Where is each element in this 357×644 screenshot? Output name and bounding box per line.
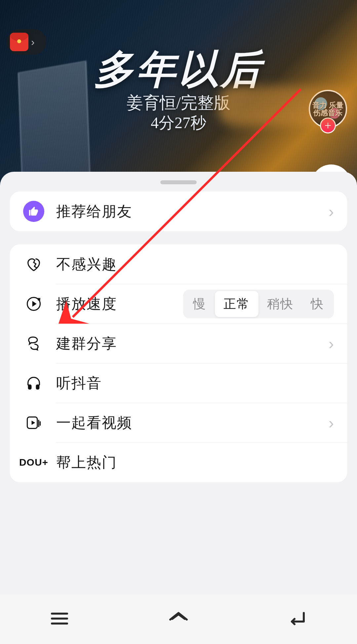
speed-slow[interactable]: 慢 [184, 291, 215, 317]
recommend-card: 推荐给朋友 › [10, 192, 347, 231]
dou-plus-row[interactable]: DOU+ 帮上热门 [10, 443, 347, 482]
author-avatar[interactable]: 音力 乐量 伤感音乐 [309, 90, 347, 128]
playback-speed-row: 播放速度 慢 正常 稍快 快 [10, 284, 347, 324]
speed-icon [23, 295, 44, 312]
watch-together-row[interactable]: 一起看视频 › [10, 403, 347, 443]
red-envelope-icon [10, 33, 28, 51]
chevron-right-icon: › [329, 335, 334, 353]
thumbs-up-icon [23, 201, 44, 222]
nav-back-button[interactable] [286, 607, 309, 631]
speed-fast[interactable]: 快 [302, 291, 333, 317]
home-icon [167, 607, 190, 630]
video-subtitle: 姜育恒/完整版 [0, 92, 357, 114]
watch-together-icon [23, 414, 44, 431]
red-envelope-button[interactable]: › [7, 29, 46, 55]
speed-normal[interactable]: 正常 [215, 291, 258, 317]
avatar-text: 音力 乐量 伤感音乐 [310, 101, 346, 117]
group-share-label: 建群分享 [56, 334, 329, 353]
nav-home-button[interactable] [167, 607, 190, 631]
broken-heart-icon [23, 256, 44, 273]
avatar-image: 音力 乐量 伤感音乐 [309, 90, 347, 128]
chevron-right-icon: › [329, 414, 334, 432]
not-interested-row[interactable]: 不感兴趣 [10, 244, 347, 284]
dou-plus-label: 帮上热门 [56, 453, 334, 472]
dou-plus-icon: DOU+ [23, 457, 44, 468]
speed-label: 播放速度 [56, 294, 117, 314]
video-title: 多年以后 [0, 43, 357, 97]
headphones-icon [23, 375, 44, 392]
nav-menu-button[interactable] [48, 607, 71, 631]
recommend-to-friends-row[interactable]: 推荐给朋友 › [10, 192, 347, 231]
video-duration: 4分27秒 [0, 112, 357, 133]
chevron-right-icon: › [329, 202, 334, 221]
listen-label: 听抖音 [56, 374, 334, 393]
system-nav-bar [0, 594, 357, 644]
speed-bit-fast[interactable]: 稍快 [258, 291, 302, 317]
not-interested-label: 不感兴趣 [56, 255, 334, 274]
speed-segmented-control: 慢 正常 稍快 快 [183, 290, 334, 318]
options-card: 不感兴趣 播放速度 慢 正常 稍快 快 建群分享 › 听 [10, 244, 347, 482]
group-chat-icon [23, 335, 44, 352]
sheet-drag-handle[interactable] [160, 180, 197, 184]
group-share-row[interactable]: 建群分享 › [10, 324, 347, 363]
plus-icon [324, 121, 332, 130]
watch-together-label: 一起看视频 [56, 413, 329, 433]
options-sheet: 推荐给朋友 › 不感兴趣 播放速度 慢 正常 稍快 快 [0, 172, 357, 594]
recommend-label: 推荐给朋友 [56, 202, 329, 221]
follow-button[interactable] [320, 118, 336, 133]
back-icon [286, 607, 309, 630]
menu-icon [48, 607, 71, 630]
listen-douyin-row[interactable]: 听抖音 [10, 363, 347, 403]
chevron-right-icon: › [31, 36, 35, 48]
